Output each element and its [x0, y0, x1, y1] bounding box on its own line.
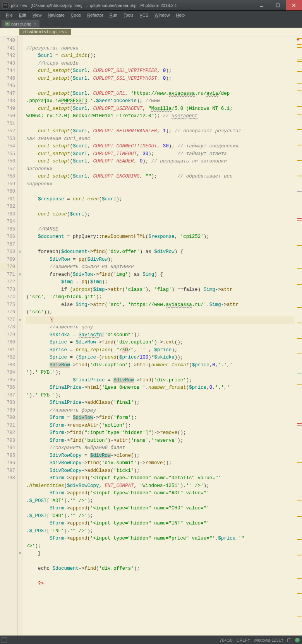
code-line[interactable]: curl_setopt($curl, CURLOPT_SSL_VERIFYHOS…	[26, 75, 294, 83]
marker[interactable]	[297, 71, 302, 72]
marker[interactable]	[297, 191, 302, 192]
code-line[interactable]	[26, 218, 294, 226]
code-line[interactable]: .php?ajax=1&PHPSESSID='.$SessionCookie);…	[26, 97, 294, 105]
code-line[interactable]: .htmlentities($divRowCopy, ENT_COMPAT, '…	[26, 482, 294, 490]
marker-bar[interactable]: ■	[296, 36, 302, 635]
code-line[interactable]: $skidka = $aviacfg['discount'];	[26, 331, 294, 339]
code-line[interactable]: $img = pq($img);	[26, 278, 294, 286]
marker[interactable]	[297, 501, 302, 501]
marker[interactable]	[297, 284, 302, 285]
lock-icon[interactable]	[287, 638, 291, 642]
breadcrumb-item[interactable]: div#bootstrap_css	[19, 29, 71, 35]
marker[interactable]	[297, 423, 302, 424]
marker[interactable]	[297, 218, 302, 219]
code-line[interactable]: />');	[26, 543, 294, 550]
marker[interactable]	[297, 220, 302, 221]
code-line[interactable]: //https enable	[26, 60, 294, 68]
tool-window-icon[interactable]	[2, 637, 7, 643]
marker[interactable]	[297, 47, 302, 48]
marker[interactable]	[297, 539, 302, 540]
code-line[interactable]: ('src'));	[26, 309, 294, 316]
marker[interactable]	[297, 114, 302, 114]
maximize-button[interactable]	[269, 0, 286, 10]
code-line[interactable]: $response = curl_exec($curl);	[26, 196, 294, 203]
code-line[interactable]	[26, 120, 294, 128]
code-line[interactable]: $form->removeAttr('action');	[26, 422, 294, 430]
code-line[interactable]: $finalPrice = $divRow->find('div.price')…	[26, 377, 294, 384]
marker[interactable]	[297, 338, 302, 339]
marker[interactable]	[297, 268, 302, 269]
code-line[interactable]: curl_setopt($curl, CURLOPT_URL, 'https:/…	[26, 90, 294, 98]
close-tab-icon[interactable]: ×	[34, 22, 36, 26]
code-line[interactable]: $form = $divRow->find('form');	[26, 414, 294, 422]
code-line[interactable]: $form->append('<input type="hidden" name…	[26, 505, 294, 512]
code-line[interactable]	[26, 188, 294, 196]
code-line[interactable]: $form->find('button')->attr('name','rese…	[26, 437, 294, 445]
marker[interactable]	[297, 555, 302, 555]
code-line[interactable]: $divRowCopy = $divRow->clone();	[26, 452, 294, 460]
marker[interactable]	[297, 323, 302, 323]
marker[interactable]	[297, 617, 302, 617]
code-line[interactable]: curl_setopt($curl, CURLOPT_HEADER, 0); /…	[26, 158, 294, 166]
code-line[interactable]: curl_setopt($curl, CURLOPT_TIMEOUT, 30);…	[26, 150, 294, 158]
code-line[interactable]: $price = ($price-(round($price/100)*$ski…	[26, 354, 294, 362]
code-line[interactable]: if (strpos($img->attr('class'), 'flag')!…	[26, 286, 294, 294]
line-separator[interactable]: CRLF‡	[237, 638, 250, 642]
code-line[interactable]: curl_setopt($curl, CURLOPT_CONNECTTIMEOU…	[26, 143, 294, 150]
code-line[interactable]: $form->append('<input type="hidden" name…	[26, 490, 294, 497]
marker[interactable]	[297, 61, 302, 62]
code-line[interactable]: $divRow = pq($divRow);	[26, 256, 294, 264]
code-line[interactable]: $form->append('<input type="hidden" name…	[26, 475, 294, 482]
code-line[interactable]: ').' РУБ.');	[26, 369, 294, 377]
marker[interactable]	[297, 44, 302, 45]
minimize-button[interactable]	[253, 0, 269, 10]
marker[interactable]	[297, 593, 302, 594]
code-line[interactable]: ?>	[26, 580, 294, 588]
marker[interactable]	[297, 176, 302, 176]
code-line[interactable]: WOW64; rv:12.0) Gecko/20100101 Firefox/1…	[26, 113, 294, 120]
marker[interactable]	[297, 83, 302, 84]
code-line[interactable]: //изменить цену	[26, 324, 294, 331]
code-line[interactable]: .$_POST['ADT'].'" />');	[26, 497, 294, 505]
code-line[interactable]: //результат поиска	[26, 45, 294, 53]
code-line[interactable]	[26, 82, 294, 90]
menu-code[interactable]: Code	[68, 12, 84, 18]
code-line[interactable]: заголовки	[26, 166, 294, 173]
close-button[interactable]	[286, 0, 302, 10]
menu-navigate[interactable]: Navigate	[45, 12, 67, 18]
code-line[interactable]: //изменить ссылки на картинки	[26, 263, 294, 271]
code-line[interactable]: $document = phpQuery::newDocumentHTML($r…	[26, 233, 294, 241]
code-line[interactable]: $divRow->find('div.caption')->html(numbe…	[26, 362, 294, 369]
marker[interactable]	[297, 307, 302, 308]
code-area[interactable]: //результат поиска $curl = curl_init(); …	[23, 36, 296, 635]
code-line[interactable]: $form->append('<input type="hidden" name…	[26, 535, 294, 543]
menu-help[interactable]: Help	[173, 12, 187, 18]
marker[interactable]	[297, 384, 302, 385]
code-line[interactable]: //сохранить выбраный билет	[26, 444, 294, 452]
code-line[interactable]: $price = $divRow->find('div.caption')->t…	[26, 339, 294, 347]
code-line[interactable]: echo $document->find('div.offers');	[26, 565, 294, 573]
code-line[interactable]	[26, 241, 294, 249]
code-line[interactable]: foreach($divRow->find('img') as $img) {	[26, 271, 294, 279]
marker[interactable]	[297, 145, 302, 145]
code-line[interactable]	[26, 203, 294, 211]
code-line[interactable]: //изменить форму	[26, 407, 294, 415]
menu-tools[interactable]: Tools	[121, 12, 136, 18]
code-line[interactable]: $form->find(":input[type='hidden']")->re…	[26, 429, 294, 437]
marker[interactable]	[297, 106, 302, 107]
marker[interactable]	[297, 578, 302, 579]
code-line[interactable]: $form->append('<input type="hidden" name…	[26, 520, 294, 528]
code-line[interactable]: $finalPrice->html('Цена билетов '.number…	[26, 384, 294, 392]
code-line[interactable]: $divRowCopy->addClass('tick1');	[26, 467, 294, 475]
marker[interactable]	[297, 425, 302, 426]
menu-refactor[interactable]: Refactor	[84, 12, 106, 18]
marker[interactable]	[297, 60, 302, 60]
status-indicator-icon[interactable]	[295, 638, 300, 642]
code-line[interactable]: кодировки	[26, 181, 294, 188]
marker[interactable]	[297, 91, 302, 91]
menu-view[interactable]: View	[30, 12, 45, 18]
code-line[interactable]: }	[26, 550, 294, 558]
marker[interactable]	[297, 38, 302, 39]
menu-file[interactable]: File	[3, 12, 15, 18]
code-line[interactable]: как значение curl_exec	[26, 135, 294, 143]
